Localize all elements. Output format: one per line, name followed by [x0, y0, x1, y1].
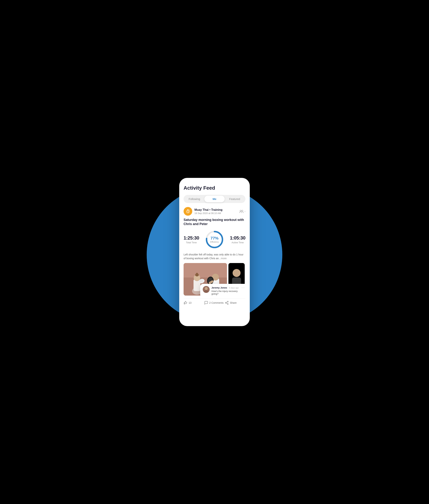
like-button[interactable]: 13 — [184, 299, 204, 306]
efficiency-label: Efficiency — [210, 241, 219, 243]
share-icon — [225, 301, 229, 305]
svg-line-33 — [226, 302, 227, 303]
svg-point-27 — [205, 287, 208, 290]
svg-point-2 — [242, 210, 243, 212]
stat-total-time-value: 1:25:30 — [184, 235, 199, 241]
like-icon — [184, 301, 188, 305]
svg-rect-6 — [184, 263, 227, 277]
comment-header: Jeremy Jones 5 days ago ··· — [211, 286, 245, 289]
share-label: Share — [230, 301, 237, 304]
activity-people-button[interactable]: › — [239, 210, 245, 213]
tab-featured[interactable]: Featured — [225, 196, 245, 202]
comments-button[interactable]: 2 Comments — [204, 299, 225, 306]
images-row: Jeremy Jones 5 days ago ··· How's the in… — [184, 263, 245, 296]
comments-icon — [204, 301, 208, 305]
svg-point-12 — [196, 273, 198, 275]
comment-text: How's the injury recovery going? — [211, 290, 245, 295]
action-bar: 13 2 Comments — [184, 299, 245, 306]
efficiency-percent: 77% — [210, 236, 219, 241]
comment-options[interactable]: ··· — [241, 286, 245, 289]
share-button[interactable]: Share — [225, 299, 245, 306]
comment-author: Jeremy Jones — [211, 286, 227, 289]
stat-active-time: 1:05:30 Active Time — [230, 235, 245, 244]
svg-point-23 — [232, 269, 241, 277]
phone-content: Activity Feed Following Me Featured — [179, 185, 250, 310]
activity-meta: Muay Thai • Training 18 Sep 2020 at 08:1… — [194, 208, 223, 215]
comment-body: Jeremy Jones 5 days ago ··· How's the in… — [211, 286, 245, 295]
activity-sport-type: Muay Thai • Training — [194, 208, 223, 212]
comment-avatar — [203, 286, 210, 293]
tab-following[interactable]: Following — [184, 196, 204, 202]
comment-bubble: Jeremy Jones 5 days ago ··· How's the in… — [200, 284, 245, 296]
activity-icon — [184, 207, 192, 216]
activity-header-left: Muay Thai • Training 18 Sep 2020 at 08:1… — [184, 207, 223, 216]
outer-background: Activity Feed Following Me Featured — [140, 165, 289, 339]
donut-center: 77% Efficiency — [210, 236, 219, 243]
svg-point-30 — [225, 302, 226, 303]
stats-row: 1:25:30 Total Time 77% Efficiency — [184, 230, 245, 249]
comment-time: 5 days ago — [229, 287, 239, 289]
activity-date: 18 Sep 2020 at 08:10 AM — [194, 212, 223, 215]
workout-title: Saturday morning boxing workout with Chr… — [184, 218, 245, 226]
stat-active-time-label: Active Time — [230, 241, 245, 244]
notes-content: Left shoulder felt off today, was only a… — [184, 253, 243, 260]
activity-notes: Left shoulder felt off today, was only a… — [184, 253, 245, 260]
people-chevron: › — [244, 210, 245, 213]
tabs-container: Following Me Featured — [184, 195, 245, 203]
comment-name-time: Jeremy Jones 5 days ago — [211, 286, 239, 289]
svg-point-29 — [227, 301, 228, 302]
stat-total-time-label: Total Time — [184, 241, 199, 244]
stopwatch-icon — [186, 209, 190, 214]
efficiency-donut: 77% Efficiency — [205, 230, 224, 249]
tab-me[interactable]: Me — [204, 196, 224, 202]
svg-line-32 — [226, 303, 227, 304]
activity-header: Muay Thai • Training 18 Sep 2020 at 08:1… — [184, 207, 245, 216]
page-title: Activity Feed — [184, 185, 245, 191]
activity-type: Training — [211, 208, 223, 211]
stat-total-time: 1:25:30 Total Time — [184, 235, 199, 244]
notes-more[interactable]: ...more — [219, 257, 227, 260]
comments-label: 2 Comments — [209, 301, 223, 304]
svg-point-31 — [227, 303, 228, 305]
like-count: 13 — [189, 301, 192, 304]
people-icon — [239, 210, 244, 213]
activity-sport: Muay Thai — [194, 208, 208, 211]
stat-active-time-value: 1:05:30 — [230, 235, 245, 241]
avatar-svg — [203, 286, 210, 293]
phone-frame: Activity Feed Following Me Featured — [179, 178, 250, 326]
svg-point-1 — [240, 210, 241, 212]
